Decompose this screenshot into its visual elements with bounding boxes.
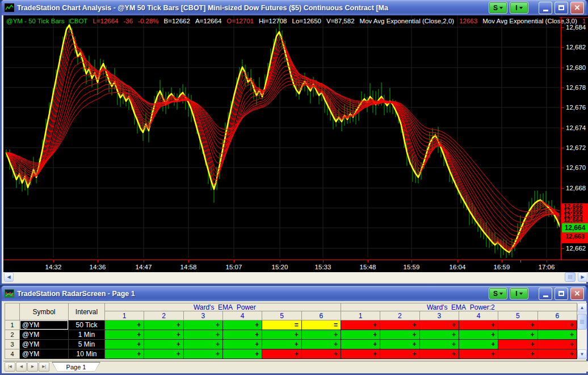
close-button[interactable]: ✕ [570, 2, 584, 14]
indicator-cell[interactable]: + [459, 349, 498, 359]
maximize-button[interactable] [555, 288, 568, 300]
next-page-button[interactable]: ▶ [27, 362, 38, 372]
indicator-cell[interactable]: + [538, 349, 577, 359]
indicator-cell[interactable]: + [302, 340, 341, 349]
interval-cell[interactable]: 10 Min [69, 349, 105, 359]
indicator-cell[interactable]: + [144, 330, 183, 340]
indicator-cell[interactable]: + [341, 320, 380, 330]
indicator-cell[interactable]: + [420, 330, 459, 340]
status-dropdown-button[interactable]: S [489, 288, 507, 299]
indicator-cell[interactable]: + [223, 320, 262, 330]
column-number-header[interactable]: 3 [184, 311, 223, 320]
scroll-left-button[interactable]: ◀ [4, 272, 14, 282]
column-number-header[interactable]: 2 [144, 311, 183, 320]
row-number-cell[interactable]: 3 [5, 340, 20, 349]
indicator-cell[interactable]: + [538, 340, 577, 349]
indicator-cell[interactable]: + [223, 340, 262, 349]
indicator-cell[interactable]: + [105, 320, 144, 330]
column-number-header[interactable]: 5 [498, 311, 537, 320]
indicator-cell[interactable]: + [380, 340, 419, 349]
column-number-header[interactable]: 5 [262, 311, 301, 320]
indicator-cell[interactable]: + [223, 349, 262, 359]
row-number-cell[interactable]: 1 [5, 320, 20, 330]
indicator-cell[interactable]: + [498, 320, 537, 330]
indicator-cell[interactable]: + [420, 340, 459, 349]
column-number-header[interactable]: 4 [459, 311, 498, 320]
scroll-down-button[interactable]: ▼ [577, 349, 587, 359]
indicator-cell[interactable]: + [341, 340, 380, 349]
price-chart-canvas[interactable] [3, 15, 560, 258]
symbol-cell[interactable]: @YM [20, 340, 69, 349]
minimize-button[interactable] [539, 288, 552, 300]
column-number-header[interactable]: 3 [420, 311, 459, 320]
column-number-header[interactable]: 6 [538, 311, 577, 320]
row-number-cell[interactable]: 4 [5, 349, 20, 359]
radar-vertical-scrollbar[interactable]: ▲ ▼ [577, 303, 587, 359]
radar-titlebar[interactable]: TradeStation RadarScreen - Page 1 S I ✕ [2, 286, 586, 301]
indicator-cell[interactable]: + [184, 340, 223, 349]
indicator-cell[interactable]: + [262, 330, 301, 340]
indicator-cell[interactable]: + [459, 320, 498, 330]
minimize-button[interactable] [539, 2, 552, 14]
indicator-cell[interactable]: + [380, 320, 419, 330]
status-dropdown-button[interactable]: S [489, 2, 507, 14]
prev-page-button[interactable]: ◀ [16, 362, 27, 372]
indicator-cell[interactable]: + [538, 330, 577, 340]
chart-horizontal-scrollbar[interactable]: ◀ ▶ [3, 272, 588, 282]
indicator-cell[interactable]: + [302, 349, 341, 359]
indicator-cell[interactable]: = [262, 320, 301, 330]
indicator-cell[interactable]: + [184, 349, 223, 359]
column-number-header[interactable]: 1 [341, 311, 380, 320]
indicator-cell[interactable]: + [420, 349, 459, 359]
indicator-cell[interactable]: + [223, 330, 262, 340]
indicator-cell[interactable]: + [144, 349, 183, 359]
close-button[interactable]: ✕ [570, 288, 584, 300]
column-number-header[interactable]: 4 [223, 311, 262, 320]
indicator-dropdown-button[interactable]: I [510, 2, 528, 14]
indicator-cell[interactable]: + [380, 349, 419, 359]
indicator-cell[interactable]: + [144, 320, 183, 330]
indicator-cell[interactable]: + [262, 340, 301, 349]
column-number-header[interactable]: 2 [380, 311, 419, 320]
indicator-group-label[interactable]: _Ward's_EMA_Power:2 [341, 303, 577, 311]
symbol-cell[interactable]: @YM [20, 349, 69, 359]
indicator-cell[interactable]: + [538, 320, 577, 330]
column-number-header[interactable]: 6 [302, 311, 341, 320]
last-page-button[interactable]: ▶| [39, 362, 49, 372]
indicator-cell[interactable]: + [105, 330, 144, 340]
maximize-button[interactable] [555, 2, 568, 14]
first-page-button[interactable]: |◀ [5, 362, 15, 372]
indicator-cell[interactable]: = [302, 320, 341, 330]
indicator-cell[interactable]: + [302, 330, 341, 340]
interval-column-header[interactable]: Interval [69, 303, 105, 320]
indicator-cell[interactable]: + [420, 320, 459, 330]
interval-cell[interactable]: 1 Min [69, 330, 105, 340]
indicator-cell[interactable]: + [105, 349, 144, 359]
indicator-cell[interactable]: + [184, 320, 223, 330]
indicator-cell[interactable]: + [262, 349, 301, 359]
indicator-cell[interactable]: + [144, 340, 183, 349]
indicator-cell[interactable]: + [459, 330, 498, 340]
indicator-cell[interactable]: + [459, 340, 498, 349]
indicator-cell[interactable]: + [341, 330, 380, 340]
indicator-cell[interactable]: + [380, 330, 419, 340]
indicator-cell[interactable]: + [498, 340, 537, 349]
indicator-group-label[interactable]: _Ward's_EMA_Power [105, 303, 341, 311]
scrollbar-thumb[interactable] [565, 272, 576, 282]
indicator-cell[interactable]: + [498, 330, 537, 340]
interval-cell[interactable]: 50 Tick [69, 320, 105, 330]
scroll-up-button[interactable]: ▲ [577, 303, 587, 312]
symbol-cell[interactable]: @YM [20, 320, 69, 330]
indicator-cell[interactable]: + [105, 340, 144, 349]
column-number-header[interactable]: 1 [105, 311, 144, 320]
tab-page-1[interactable]: Page 1 [52, 362, 100, 372]
scroll-right-button[interactable]: ▶ [578, 272, 587, 282]
symbol-column-header[interactable]: Symbol [20, 303, 69, 320]
indicator-dropdown-button[interactable]: I [510, 288, 528, 299]
corner-cell[interactable] [5, 303, 20, 320]
chart-titlebar[interactable]: TradeStation Chart Analysis - @YM 50 Tic… [2, 0, 586, 15]
indicator-cell[interactable]: + [341, 349, 380, 359]
indicator-cell[interactable]: + [184, 330, 223, 340]
chart-plot-area[interactable]: @YM - 50 Tick BarsCBOTL=12664-36-0.28%B=… [3, 15, 588, 272]
row-number-cell[interactable]: 2 [5, 330, 20, 340]
